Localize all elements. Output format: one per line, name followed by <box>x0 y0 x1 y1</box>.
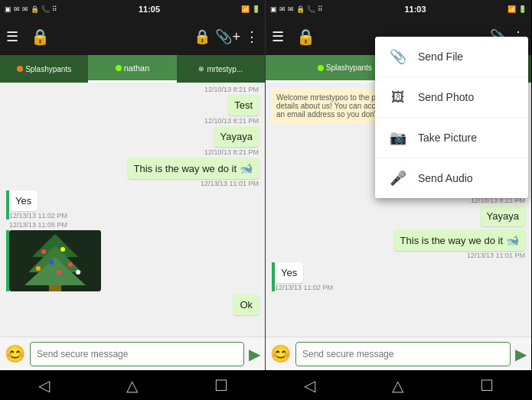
tree-svg <box>9 230 101 291</box>
dropdown-send-photo[interactable]: 🖼 Send Photo <box>375 77 528 118</box>
bubble-ok: Ok <box>233 294 259 315</box>
back-btn[interactable]: ◁ <box>23 370 65 401</box>
svg-point-8 <box>68 262 73 267</box>
whale-emoji-right: 🐋 <box>506 234 519 246</box>
svg-point-6 <box>60 247 65 252</box>
time-left: 11:05 <box>139 5 160 14</box>
msg-yes-right: Yes 12/13/13 11:02 PM <box>266 261 531 293</box>
svg-point-5 <box>41 249 46 254</box>
yes-border-r: Yes 12/13/13 11:02 PM <box>272 262 333 291</box>
dropdown-send-file[interactable]: 📎 Send File <box>375 37 528 77</box>
phone-icon-r: 📞 <box>307 5 315 13</box>
overflow-menu-left[interactable]: ⋮ <box>245 28 259 45</box>
emoji-btn-left[interactable]: 😊 <box>5 344 25 364</box>
svg-point-7 <box>49 260 54 265</box>
status-icons-left: ▣ ✉ ✉ 🔒 📞 ⠿ <box>5 5 57 13</box>
menu-icon-left[interactable]: ☰ <box>6 28 24 45</box>
time-right: 11:03 <box>404 5 426 14</box>
send-btn-left[interactable]: ▶ <box>249 345 260 363</box>
right-screen: ▣ ✉ ✉ 🔒 📞 ⠿ 11:03 📶 🔋 ☰ 🔒 📎 ⋮ <box>266 0 531 370</box>
mail-icon: ✉ <box>14 5 20 13</box>
menu-icon-right[interactable]: ☰ <box>272 28 290 45</box>
signal-bars-icon-r: 📶 <box>508 5 516 13</box>
send-audio-icon: 🎤 <box>387 167 409 189</box>
status-icons-right-left: 📶 🔋 <box>241 5 260 13</box>
dots-icon-r: ⠿ <box>318 5 323 13</box>
ts3: 12/10/13 8:21 PM <box>0 148 265 156</box>
lock-status-icon-r: 🔒 <box>296 5 305 13</box>
left-screen: ▣ ✉ ✉ 🔒 📞 ⠿ 11:05 📶 🔋 ☰ 🔒 🔒 📎+ ⋮ <box>0 0 266 370</box>
lock-icon-left: 🔒 <box>29 28 51 46</box>
svg-point-9 <box>36 266 41 271</box>
lock-status-icon: 🔒 <box>31 5 39 13</box>
time-thisway-right: 12/13/13 11:01 PM <box>467 252 525 259</box>
status-icons-right-r: 📶 🔋 <box>508 5 527 13</box>
msg-text-emoji: This is the way we do it 🐋 <box>134 162 253 174</box>
status-bar-right: ▣ ✉ ✉ 🔒 📞 ⠿ 11:03 📶 🔋 <box>266 0 531 18</box>
dropdown-take-picture[interactable]: 📷 Take Picture <box>375 118 528 158</box>
bubble-yayaya-r: Yayaya <box>481 206 525 226</box>
msg-test: Test <box>0 93 265 117</box>
lock-right-icon: 🔒 <box>194 28 211 45</box>
send-photo-label: Send Photo <box>418 91 474 103</box>
msg-thisway: This is the way we do it 🐋 12/13/13 11:0… <box>0 156 265 189</box>
bubble-yayaya: Yayaya <box>214 126 259 147</box>
tab-splashypants-left[interactable]: Splashypants <box>0 55 88 83</box>
recent-btn[interactable]: ☐ <box>199 370 243 401</box>
msg-thisway-r: This is the way we do it 🐋 12/13/13 11:0… <box>266 228 531 261</box>
send-audio-label: Send Audio <box>418 172 473 184</box>
msg-yayaya-r: Yayaya <box>266 204 531 228</box>
ts2: 12/10/13 8:21 PM <box>0 117 265 125</box>
message-input-right[interactable] <box>295 342 511 366</box>
dropdown-send-audio[interactable]: 🎤 Send Audio <box>375 158 528 198</box>
attach-icon-left[interactable]: 📎+ <box>215 28 240 45</box>
xmas-tree-img <box>9 230 101 291</box>
tabs-left: Splashypants nathan ⊗ mrtestyp... <box>0 55 265 83</box>
dots-icon: ⠿ <box>52 5 57 13</box>
message-input-left[interactable] <box>30 342 244 366</box>
signal-icon-r: ▣ <box>270 5 277 13</box>
signal-icon: ▣ <box>5 5 11 13</box>
battery-icon-r: 🔋 <box>518 5 527 13</box>
input-area-right: 😊 ▶ <box>266 337 531 370</box>
battery-icon: 🔋 <box>252 5 260 13</box>
mrtest-x-icon: ⊗ <box>198 65 204 73</box>
back-btn-r[interactable]: ◁ <box>289 370 331 401</box>
emoji-btn-right[interactable]: 😊 <box>270 344 291 364</box>
send-btn-right[interactable]: ▶ <box>515 345 527 363</box>
chat-area-left[interactable]: 12/10/13 8:21 PM Test 12/10/13 8:21 PM Y… <box>0 83 265 337</box>
send-file-label: Send File <box>418 50 463 63</box>
msg-yes-left: Yes 12/13/13 11:02 PM <box>0 189 265 221</box>
bubble-yes-left: Yes <box>9 190 38 211</box>
home-btn[interactable]: △ <box>111 370 153 401</box>
time-yes-left: 12/13/13 11:02 PM <box>9 212 67 220</box>
bubble-thisway-r: This is the way we do it 🐋 <box>394 229 525 251</box>
msg-ok: Ok <box>0 293 265 317</box>
input-area-left: 😊 ▶ <box>0 337 265 370</box>
tab-nathan-left[interactable]: nathan <box>88 55 176 83</box>
lock-icon-right: 🔒 <box>295 28 316 46</box>
time-yes-right: 12/13/13 11:02 PM <box>275 284 333 291</box>
send-photo-icon: 🖼 <box>387 86 409 108</box>
take-picture-label: Take Picture <box>418 132 477 144</box>
mail-icon-r: ✉ <box>279 5 286 13</box>
status-icons-right-l: ▣ ✉ ✉ 🔒 📞 ⠿ <box>270 5 323 13</box>
msg-yayaya: Yayaya <box>0 125 265 148</box>
toolbar-left: ☰ 🔒 🔒 📎+ ⋮ <box>0 18 265 55</box>
yes-border: Yes 12/13/13 11:02 PM <box>6 190 67 220</box>
tab-mrtest-left[interactable]: ⊗ mrtestyp... <box>177 55 265 83</box>
home-btn-r[interactable]: △ <box>377 370 419 401</box>
splashy-indicator <box>17 66 23 72</box>
signal-bars-icon: 📶 <box>241 5 250 13</box>
nathan-indicator <box>116 65 122 71</box>
svg-point-10 <box>57 270 61 275</box>
recent-btn-r[interactable]: ☐ <box>465 370 509 401</box>
take-picture-icon: 📷 <box>387 127 409 148</box>
image-message-left[interactable] <box>9 230 101 291</box>
whale-emoji-left: 🐋 <box>240 162 253 174</box>
svg-rect-4 <box>49 285 61 291</box>
splashy-indicator-r <box>318 65 324 71</box>
ts4: 12/13/13 11:05 PM <box>0 221 265 229</box>
mail2-icon: ✉ <box>22 5 28 13</box>
bubble-thisway: This is the way we do it 🐋 <box>128 158 259 179</box>
